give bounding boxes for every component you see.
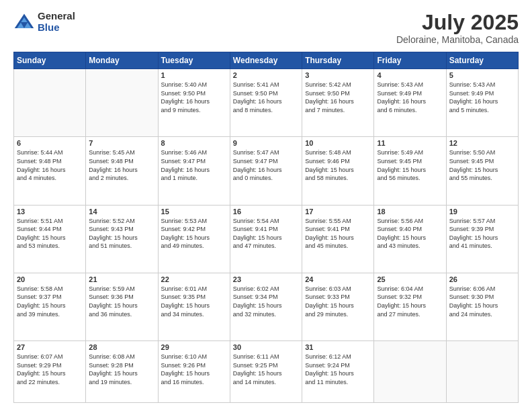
table-row: 14Sunrise: 5:52 AMSunset: 9:43 PMDayligh… [86,205,158,273]
day-number: 19 [449,208,515,216]
table-row: 20Sunrise: 5:58 AMSunset: 9:37 PMDayligh… [14,273,86,340]
table-row: 31Sunrise: 6:12 AMSunset: 9:24 PMDayligh… [302,340,374,402]
day-number: 5 [449,71,515,79]
day-number: 21 [89,275,154,283]
day-info: Sunrise: 5:47 AMSunset: 9:47 PMDaylight:… [233,148,299,182]
day-number: 10 [305,139,371,147]
calendar-header-row: Sunday Monday Tuesday Wednesday Thursday… [14,52,519,69]
day-number: 12 [449,139,515,147]
table-row: 4Sunrise: 5:43 AMSunset: 9:49 PMDaylight… [374,69,446,137]
header: General Blue July 2025 Deloraine, Manito… [13,11,519,45]
table-row [374,340,446,402]
day-number: 2 [233,71,299,79]
day-info: Sunrise: 5:58 AMSunset: 9:37 PMDaylight:… [17,285,83,318]
day-number: 22 [161,275,227,283]
table-row: 6Sunrise: 5:44 AMSunset: 9:48 PMDaylight… [14,137,86,205]
day-number: 15 [161,208,227,216]
location: Deloraine, Manitoba, Canada [396,34,519,45]
month-title: July 2025 [396,11,519,34]
day-info: Sunrise: 5:57 AMSunset: 9:39 PMDaylight:… [449,217,515,250]
table-row: 17Sunrise: 5:55 AMSunset: 9:41 PMDayligh… [302,205,374,273]
table-row: 15Sunrise: 5:53 AMSunset: 9:42 PMDayligh… [158,205,230,273]
day-info: Sunrise: 6:04 AMSunset: 9:32 PMDaylight:… [377,285,443,318]
day-number: 25 [377,275,443,283]
day-info: Sunrise: 5:43 AMSunset: 9:49 PMDaylight:… [377,81,443,114]
page: General Blue July 2025 Deloraine, Manito… [0,0,532,411]
day-info: Sunrise: 5:49 AMSunset: 9:45 PMDaylight:… [377,148,443,182]
day-info: Sunrise: 5:51 AMSunset: 9:44 PMDaylight:… [17,217,83,250]
day-info: Sunrise: 5:56 AMSunset: 9:40 PMDaylight:… [377,217,443,250]
day-number: 7 [89,139,154,147]
day-number: 11 [377,139,443,147]
day-number: 24 [305,275,371,283]
title-block: July 2025 Deloraine, Manitoba, Canada [396,11,519,45]
table-row [86,69,158,137]
calendar-week-row: 1Sunrise: 5:40 AMSunset: 9:50 PMDaylight… [14,69,519,137]
day-info: Sunrise: 6:08 AMSunset: 9:28 PMDaylight:… [89,353,154,386]
table-row: 13Sunrise: 5:51 AMSunset: 9:44 PMDayligh… [14,205,86,273]
table-row: 9Sunrise: 5:47 AMSunset: 9:47 PMDaylight… [230,137,302,205]
day-number: 14 [89,208,154,216]
day-info: Sunrise: 5:59 AMSunset: 9:36 PMDaylight:… [89,285,154,318]
logo: General Blue [13,11,75,33]
day-info: Sunrise: 6:01 AMSunset: 9:35 PMDaylight:… [161,285,227,318]
col-wednesday: Wednesday [230,52,302,69]
table-row: 27Sunrise: 6:07 AMSunset: 9:29 PMDayligh… [14,340,86,402]
day-info: Sunrise: 6:10 AMSunset: 9:26 PMDaylight:… [161,353,227,386]
col-saturday: Saturday [446,52,518,69]
day-info: Sunrise: 5:40 AMSunset: 9:50 PMDaylight:… [161,81,227,114]
day-number: 31 [305,343,371,351]
col-sunday: Sunday [14,52,86,69]
table-row: 30Sunrise: 6:11 AMSunset: 9:25 PMDayligh… [230,340,302,402]
table-row: 23Sunrise: 6:02 AMSunset: 9:34 PMDayligh… [230,273,302,340]
day-info: Sunrise: 5:53 AMSunset: 9:42 PMDaylight:… [161,217,227,250]
col-thursday: Thursday [302,52,374,69]
calendar-week-row: 20Sunrise: 5:58 AMSunset: 9:37 PMDayligh… [14,273,519,340]
table-row: 19Sunrise: 5:57 AMSunset: 9:39 PMDayligh… [446,205,518,273]
calendar-table: Sunday Monday Tuesday Wednesday Thursday… [13,52,519,403]
table-row: 28Sunrise: 6:08 AMSunset: 9:28 PMDayligh… [86,340,158,402]
day-info: Sunrise: 5:52 AMSunset: 9:43 PMDaylight:… [89,217,154,250]
day-info: Sunrise: 6:07 AMSunset: 9:29 PMDaylight:… [17,353,83,386]
table-row: 7Sunrise: 5:45 AMSunset: 9:48 PMDaylight… [86,137,158,205]
logo-text: General Blue [38,11,75,33]
day-number: 26 [449,275,515,283]
table-row: 26Sunrise: 6:06 AMSunset: 9:30 PMDayligh… [446,273,518,340]
calendar-week-row: 6Sunrise: 5:44 AMSunset: 9:48 PMDaylight… [14,137,519,205]
day-info: Sunrise: 5:41 AMSunset: 9:50 PMDaylight:… [233,81,299,114]
day-number: 8 [161,139,227,147]
day-number: 17 [305,208,371,216]
table-row: 25Sunrise: 6:04 AMSunset: 9:32 PMDayligh… [374,273,446,340]
day-info: Sunrise: 5:54 AMSunset: 9:41 PMDaylight:… [233,217,299,250]
table-row [446,340,518,402]
table-row: 29Sunrise: 6:10 AMSunset: 9:26 PMDayligh… [158,340,230,402]
table-row: 8Sunrise: 5:46 AMSunset: 9:47 PMDaylight… [158,137,230,205]
day-number: 4 [377,71,443,79]
calendar-week-row: 13Sunrise: 5:51 AMSunset: 9:44 PMDayligh… [14,205,519,273]
col-monday: Monday [86,52,158,69]
logo-general-text: General [38,11,75,22]
table-row: 1Sunrise: 5:40 AMSunset: 9:50 PMDaylight… [158,69,230,137]
col-tuesday: Tuesday [158,52,230,69]
day-number: 20 [17,275,83,283]
day-number: 1 [161,71,227,79]
day-info: Sunrise: 6:11 AMSunset: 9:25 PMDaylight:… [233,353,299,386]
table-row: 24Sunrise: 6:03 AMSunset: 9:33 PMDayligh… [302,273,374,340]
day-info: Sunrise: 5:55 AMSunset: 9:41 PMDaylight:… [305,217,371,250]
table-row: 10Sunrise: 5:48 AMSunset: 9:46 PMDayligh… [302,137,374,205]
calendar-week-row: 27Sunrise: 6:07 AMSunset: 9:29 PMDayligh… [14,340,519,402]
day-number: 27 [17,343,83,351]
day-info: Sunrise: 5:44 AMSunset: 9:48 PMDaylight:… [17,148,83,182]
day-number: 3 [305,71,371,79]
table-row: 11Sunrise: 5:49 AMSunset: 9:45 PMDayligh… [374,137,446,205]
day-info: Sunrise: 6:06 AMSunset: 9:30 PMDaylight:… [449,285,515,318]
day-number: 18 [377,208,443,216]
day-info: Sunrise: 5:48 AMSunset: 9:46 PMDaylight:… [305,148,371,182]
day-info: Sunrise: 5:46 AMSunset: 9:47 PMDaylight:… [161,148,227,182]
table-row: 18Sunrise: 5:56 AMSunset: 9:40 PMDayligh… [374,205,446,273]
logo-blue-text: Blue [38,22,75,34]
table-row: 16Sunrise: 5:54 AMSunset: 9:41 PMDayligh… [230,205,302,273]
table-row: 12Sunrise: 5:50 AMSunset: 9:45 PMDayligh… [446,137,518,205]
day-info: Sunrise: 6:03 AMSunset: 9:33 PMDaylight:… [305,285,371,318]
table-row: 21Sunrise: 5:59 AMSunset: 9:36 PMDayligh… [86,273,158,340]
